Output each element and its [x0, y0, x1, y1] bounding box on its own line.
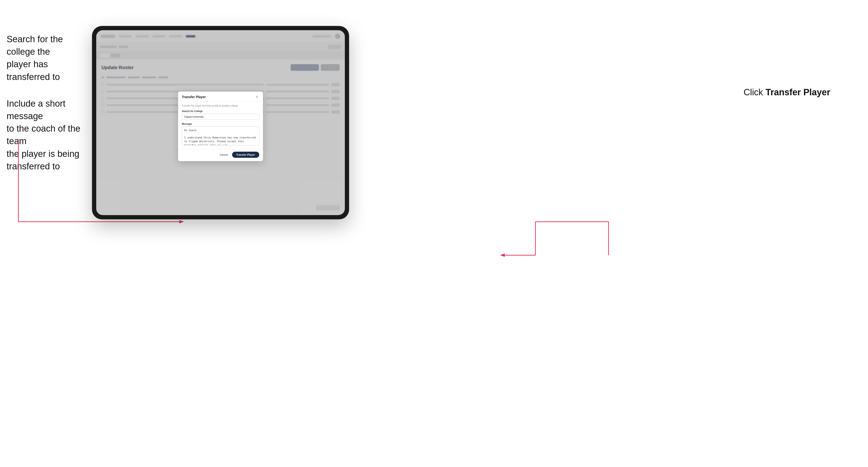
search-college-label: Search for College: [182, 110, 259, 113]
annotation-left: Search for the college theplayer has tra…: [7, 33, 82, 173]
tablet-frame: Update Roster: [92, 26, 349, 219]
annotation-message-text: Include a short messageto the coach of t…: [7, 97, 82, 173]
message-label: Message: [182, 123, 259, 125]
dialog-body: Transfer the player and their profile to…: [178, 102, 263, 149]
dialog-title: Transfer Player: [182, 95, 206, 99]
svg-marker-2: [179, 220, 184, 223]
dialog-subtitle: Transfer the player and their profile to…: [182, 104, 259, 107]
dialog-overlay: Transfer Player ✕ Transfer the player an…: [96, 30, 345, 215]
close-icon[interactable]: ✕: [255, 95, 259, 99]
svg-marker-6: [500, 253, 505, 257]
annotation-transfer-bold: Transfer Player: [766, 87, 830, 97]
cancel-button[interactable]: Cancel: [218, 152, 229, 157]
transfer-player-button[interactable]: Transfer Player: [232, 152, 259, 158]
annotation-right: Click Transfer Player: [744, 87, 831, 97]
search-college-input[interactable]: [182, 114, 259, 120]
dialog-footer: Cancel Transfer Player: [178, 149, 263, 161]
transfer-dialog: Transfer Player ✕ Transfer the player an…: [178, 92, 263, 161]
annotation-search-text: Search for the college theplayer has tra…: [7, 33, 82, 83]
message-textarea[interactable]: Hi Coach, I understand Chris Robertson h…: [182, 126, 259, 145]
annotation-click-prefix: Click: [744, 87, 766, 97]
tablet-screen: Update Roster: [96, 30, 345, 215]
dialog-header: Transfer Player ✕: [178, 92, 263, 102]
